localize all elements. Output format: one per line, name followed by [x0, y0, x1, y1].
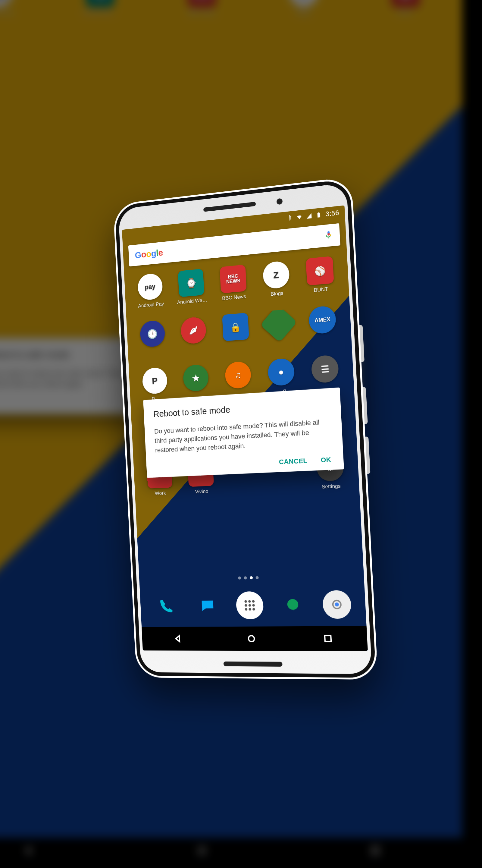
generic-icon: ♫ [224, 361, 252, 389]
camera-icon [328, 596, 345, 613]
app-label: Android Pay [138, 301, 164, 309]
dock-hangouts[interactable] [278, 591, 308, 619]
cell-icon [306, 213, 312, 219]
app-label: BBC News [222, 293, 247, 302]
app-lock[interactable]: 🔒 [214, 312, 258, 361]
dock [145, 586, 360, 624]
generic-icon: ★ [183, 364, 210, 392]
lock-icon: 🔒 [222, 313, 249, 341]
speaker-bottom [224, 661, 283, 667]
google-logo: Google [135, 247, 163, 260]
app-label: Settings [321, 483, 341, 490]
front-camera [276, 198, 283, 205]
phone-frame: 3:56 Google payAndroid Pay ⌚Android We… [113, 177, 378, 680]
app-android-pay[interactable]: payAndroid Pay [130, 272, 172, 321]
clock-icon: 🕒 [139, 320, 165, 347]
safe-mode-dialog: Reboot to safe mode Do you want to reboo… [143, 387, 344, 478]
generic-icon: ● [267, 358, 295, 386]
mic-icon[interactable] [324, 230, 333, 241]
dialog-title: Reboot to safe mode [153, 398, 330, 419]
battery-icon [316, 212, 322, 218]
app-amex[interactable]: AMEX [300, 305, 346, 355]
svg-point-8 [245, 608, 248, 611]
app-label: Work [155, 490, 166, 496]
dock-apps[interactable] [235, 591, 264, 619]
generic-icon: ☰ [311, 354, 339, 383]
app-blogs[interactable]: ZBlogs [254, 259, 299, 310]
svg-point-10 [252, 608, 255, 611]
svg-point-7 [252, 604, 255, 607]
dialog-actions: CANCEL OK [156, 456, 333, 471]
svg-point-3 [248, 600, 251, 603]
app-clock[interactable]: 🕒 [132, 319, 174, 367]
earpiece [203, 202, 256, 212]
cancel-button[interactable]: CANCEL [279, 457, 308, 466]
app-label: BUNT [314, 286, 328, 293]
wifi-icon [296, 214, 302, 220]
hangouts-icon [285, 597, 301, 613]
app-bbc-news[interactable]: BBCNEWSBBC News [212, 264, 255, 314]
dialog-body: Do you want to reboot into safe mode? Th… [154, 417, 332, 455]
svg-point-4 [252, 600, 255, 603]
feedly-icon [260, 308, 297, 342]
app-feedly[interactable] [257, 308, 301, 358]
dock-messages[interactable] [194, 592, 221, 620]
nav-bar [141, 626, 368, 651]
dock-camera[interactable] [322, 590, 352, 619]
svg-point-2 [244, 600, 247, 603]
nav-recents-icon[interactable] [322, 633, 333, 644]
generic-icon: P [142, 367, 168, 395]
app-label: Blogs [270, 290, 284, 298]
wear-icon: ⌚ [178, 269, 204, 297]
bluetooth-icon [287, 215, 293, 221]
dock-phone[interactable] [153, 592, 180, 620]
nav-home-icon[interactable] [246, 633, 257, 644]
svg-point-9 [249, 608, 251, 611]
ok-button[interactable]: OK [321, 456, 331, 464]
screen: 3:56 Google payAndroid Pay ⌚Android We… [122, 205, 368, 651]
app-label: Android We… [177, 297, 207, 306]
amex-icon: AMEX [309, 305, 337, 335]
app-bunt[interactable]: ⚾BUNT [298, 255, 343, 307]
android-pay-icon: pay [137, 273, 163, 301]
svg-point-5 [245, 604, 247, 607]
message-icon [200, 598, 215, 614]
chili-icon: 🌶 [181, 316, 207, 344]
nav-back-icon[interactable] [173, 633, 183, 644]
app-android-wear[interactable]: ⌚Android We… [170, 268, 213, 317]
svg-point-12 [335, 602, 339, 607]
app-label: Vivino [195, 489, 208, 495]
svg-point-13 [248, 636, 254, 642]
svg-point-6 [249, 604, 251, 607]
statusbar-clock: 3:56 [325, 209, 340, 218]
phone-icon [159, 598, 174, 614]
apps-drawer-icon [242, 597, 258, 613]
app-chilis[interactable]: 🌶 [172, 315, 215, 364]
blogs-icon: Z [262, 260, 290, 290]
svg-rect-14 [325, 635, 331, 641]
bunt-icon: ⚾ [306, 256, 334, 286]
bbc-icon: BBCNEWS [220, 265, 247, 293]
